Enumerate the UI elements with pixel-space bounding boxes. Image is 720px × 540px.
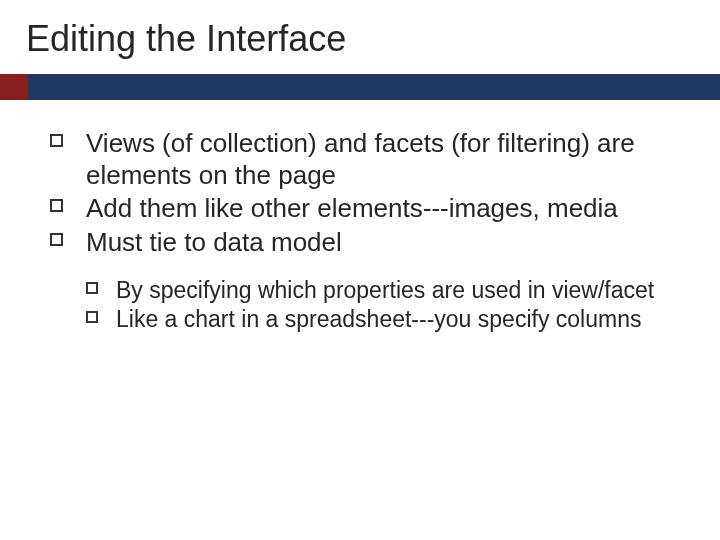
slide: Editing the Interface Views (of collecti…: [0, 0, 720, 540]
square-bullet-icon: [50, 134, 63, 147]
list-item: Like a chart in a spreadsheet---you spec…: [86, 306, 680, 334]
square-bullet-icon: [86, 282, 98, 294]
bullet-text: Add them like other elements---images, m…: [86, 193, 618, 223]
sub-bullet-text: By specifying which properties are used …: [116, 277, 654, 303]
accent-bar: [0, 74, 28, 100]
square-bullet-icon: [86, 311, 98, 323]
list-item: Add them like other elements---images, m…: [50, 193, 680, 225]
list-item: By specifying which properties are used …: [86, 277, 680, 305]
main-bar: [28, 74, 720, 100]
sub-bullet-list: By specifying which properties are used …: [50, 277, 680, 334]
sub-bullet-text: Like a chart in a spreadsheet---you spec…: [116, 306, 641, 332]
list-item: Must tie to data model: [50, 227, 680, 259]
content-area: Views (of collection) and facets (for fi…: [0, 100, 720, 334]
square-bullet-icon: [50, 233, 63, 246]
bullet-text: Views (of collection) and facets (for fi…: [86, 128, 635, 190]
bullet-list: Views (of collection) and facets (for fi…: [50, 128, 680, 259]
list-item: Views (of collection) and facets (for fi…: [50, 128, 680, 191]
slide-title: Editing the Interface: [0, 18, 720, 68]
square-bullet-icon: [50, 199, 63, 212]
title-bar: [0, 74, 720, 100]
bullet-text: Must tie to data model: [86, 227, 342, 257]
